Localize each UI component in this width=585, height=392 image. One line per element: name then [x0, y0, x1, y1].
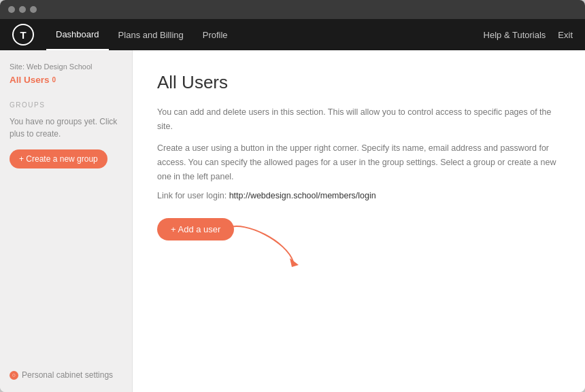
create-group-button[interactable]: + Create a new group	[10, 149, 107, 168]
add-user-area: + Add a user	[157, 218, 234, 240]
browser-chrome	[0, 0, 585, 19]
personal-cabinet-icon: ○	[10, 371, 18, 380]
sidebar-site-label: Site: Web Design School	[10, 63, 122, 71]
login-link-row: Link for user login: http://webdesign.sc…	[157, 191, 561, 200]
login-link-label: Link for user login:	[157, 191, 227, 200]
main-content: All Users You can add and delete users i…	[133, 50, 585, 392]
all-users-count: 0	[52, 76, 56, 84]
navbar-links: Dashboard Plans and Billing Profile	[46, 19, 484, 50]
main-desc-2: Create a user using a button in the uppe…	[157, 141, 561, 185]
personal-cabinet-label: Personal cabinet settings	[22, 370, 113, 380]
navbar-right: Help & Tutorials Exit	[484, 30, 573, 40]
arrow-annotation	[225, 221, 300, 268]
nav-link-billing[interactable]: Plans and Billing	[109, 19, 193, 50]
groups-empty-text: You have no groups yet. Click plus to cr…	[10, 115, 122, 140]
navbar-logo: T	[12, 24, 34, 46]
add-user-button[interactable]: + Add a user	[157, 218, 234, 240]
nav-link-profile[interactable]: Profile	[193, 19, 237, 50]
personal-cabinet-link[interactable]: ○ Personal cabinet settings	[10, 370, 122, 380]
svg-marker-0	[290, 258, 299, 267]
nav-help-link[interactable]: Help & Tutorials	[484, 30, 546, 40]
nav-exit-link[interactable]: Exit	[558, 30, 573, 40]
sidebar: Site: Web Design School All Users0 GROUP…	[0, 50, 133, 392]
main-desc-1: You can add and delete users in this sec…	[157, 105, 561, 135]
content-area: Site: Web Design School All Users0 GROUP…	[0, 50, 585, 392]
sidebar-all-users[interactable]: All Users0	[10, 75, 122, 85]
window-dot-yellow	[19, 6, 26, 13]
nav-link-dashboard[interactable]: Dashboard	[46, 19, 109, 50]
all-users-label: All Users	[10, 75, 50, 85]
window-dot-red	[8, 6, 15, 13]
groups-section-label: GROUPS	[10, 101, 122, 109]
navbar: T Dashboard Plans and Billing Profile He…	[0, 19, 585, 50]
page-title: All Users	[157, 72, 561, 93]
browser-window: T Dashboard Plans and Billing Profile He…	[0, 0, 585, 392]
login-link-url[interactable]: http://webdesign.school/members/login	[229, 191, 376, 200]
window-dot-green	[30, 6, 37, 13]
